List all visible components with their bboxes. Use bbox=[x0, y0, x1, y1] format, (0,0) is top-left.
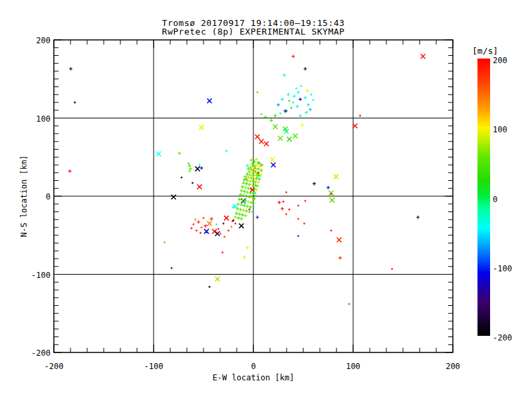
colorbar bbox=[477, 59, 490, 336]
y-tick-label: -200 bbox=[20, 348, 51, 358]
scatter-point-x bbox=[172, 195, 176, 200]
scatter-point-plus bbox=[245, 195, 248, 198]
scatter-point-x bbox=[198, 184, 202, 189]
scatter-point-dot bbox=[297, 235, 299, 237]
scatter-point-dot bbox=[189, 170, 191, 172]
scatter-point-x bbox=[200, 125, 204, 130]
colorbar-tick-label: -200 bbox=[493, 333, 512, 342]
colorbar-tick-label: 200 bbox=[493, 56, 507, 65]
scatter-point-plus bbox=[244, 186, 247, 190]
scatter-point-dot bbox=[301, 85, 303, 87]
scatter-point-x bbox=[239, 223, 244, 228]
scatter-point-plus bbox=[238, 213, 241, 216]
scatter-point-dot bbox=[201, 227, 203, 229]
scatter-point-plus bbox=[68, 170, 72, 173]
scatter-point-dot bbox=[311, 94, 313, 96]
scatter-point-dot bbox=[200, 232, 201, 234]
scatter-point-dot bbox=[171, 267, 173, 269]
scatter-point-dot bbox=[305, 200, 307, 202]
scatter-point-dot bbox=[223, 223, 225, 225]
scatter-point-plus bbox=[242, 182, 245, 185]
scatter-point-dot bbox=[331, 229, 332, 231]
scatter-point-plus bbox=[247, 187, 250, 190]
scatter-point-x bbox=[224, 215, 229, 220]
scatter-point-x bbox=[271, 163, 276, 168]
scatter-point-dot bbox=[219, 233, 221, 235]
scatter-point-plus bbox=[306, 89, 309, 92]
scatter-point-plus bbox=[307, 103, 310, 106]
scatter-point-x bbox=[337, 237, 342, 242]
scatter-point-dot bbox=[225, 150, 227, 152]
scatter-point-dot bbox=[195, 219, 197, 221]
scatter-point-x bbox=[353, 124, 358, 128]
colorbar-unit-label: [m/s] bbox=[472, 46, 498, 56]
scatter-point-plus bbox=[296, 104, 299, 108]
colorbar-tick-label: 100 bbox=[493, 125, 507, 134]
colorbar-tick-label: 0 bbox=[493, 195, 497, 204]
scatter-point-plus bbox=[244, 214, 247, 217]
scatter-point-plus bbox=[237, 216, 240, 219]
scatter-point-plus bbox=[299, 98, 302, 101]
scatter-point-dot bbox=[297, 218, 299, 220]
scatter-point-plus bbox=[241, 185, 244, 188]
scatter-point-dot bbox=[313, 99, 315, 101]
scatter-point-plus bbox=[248, 183, 251, 186]
scatter-point-plus bbox=[240, 189, 243, 192]
scatter-point-plus bbox=[293, 94, 296, 98]
scatter-point-x bbox=[215, 231, 220, 236]
scatter-point-plus bbox=[245, 209, 248, 213]
scatter-point-plus bbox=[249, 205, 252, 209]
scatter-point-plus bbox=[248, 196, 251, 199]
scatter-point-x bbox=[156, 152, 161, 156]
scatter-point-x bbox=[207, 221, 212, 226]
scatter-point-dot bbox=[391, 268, 393, 270]
scatter-point-plus bbox=[243, 255, 246, 259]
scatter-point-plus bbox=[297, 90, 300, 94]
scatter-point-plus bbox=[204, 224, 207, 227]
scatter-point-plus bbox=[255, 158, 258, 161]
colorbar-tick-label: -100 bbox=[493, 264, 512, 273]
scatter-point-plus bbox=[281, 207, 284, 210]
scatter-point-plus bbox=[239, 207, 242, 211]
scatter-point-plus bbox=[242, 194, 245, 197]
scatter-point-plus bbox=[188, 164, 192, 168]
scatter-point-dot bbox=[193, 223, 195, 225]
scatter-point-dot bbox=[209, 286, 211, 288]
scatter-point-dot bbox=[249, 209, 251, 211]
scatter-point-plus bbox=[246, 205, 249, 208]
scatter-point-plus bbox=[260, 169, 263, 172]
scatter-point-dot bbox=[257, 91, 259, 93]
scatter-point-x bbox=[255, 134, 260, 139]
scatter-point-dot bbox=[285, 213, 287, 215]
scatter-point-dot bbox=[199, 164, 201, 166]
scatter-point-dot bbox=[164, 241, 166, 243]
scatter-point-x bbox=[334, 174, 338, 179]
scatter-point-plus bbox=[189, 167, 192, 170]
scatter-point-dot bbox=[215, 223, 217, 225]
scatter-point-plus bbox=[241, 213, 244, 217]
scatter-point-x bbox=[421, 54, 426, 59]
scatter-point-plus bbox=[245, 182, 248, 186]
skymap-screenshot: { "chart_data": { "type": "scatter", "ti… bbox=[0, 0, 532, 399]
scatter-point-plus bbox=[235, 211, 238, 215]
scatter-point-plus bbox=[246, 246, 249, 249]
scatter-point-plus bbox=[304, 96, 307, 99]
scatter-point-plus bbox=[249, 180, 252, 183]
scatter-point-dot bbox=[297, 205, 299, 207]
scatter-point-dot bbox=[359, 115, 361, 117]
scatter-point-plus bbox=[416, 215, 420, 219]
scatter-point-plus bbox=[239, 193, 242, 196]
scatter-point-plus bbox=[304, 67, 307, 70]
scatter-point-plus bbox=[274, 114, 277, 117]
scatter-point-plus bbox=[246, 191, 249, 194]
scatter-point-dot bbox=[261, 113, 263, 115]
x-tick-label: 200 bbox=[433, 362, 473, 371]
scatter-point-x bbox=[330, 198, 334, 202]
y-tick-label: 0 bbox=[20, 192, 51, 201]
scatter-point-plus bbox=[248, 170, 251, 174]
scatter-point-dot bbox=[293, 102, 295, 104]
scatter-point-dot bbox=[303, 223, 305, 225]
scatter-point-x bbox=[196, 166, 200, 171]
scatter-point-dot bbox=[196, 229, 198, 231]
scatter-point-plus bbox=[197, 220, 200, 223]
